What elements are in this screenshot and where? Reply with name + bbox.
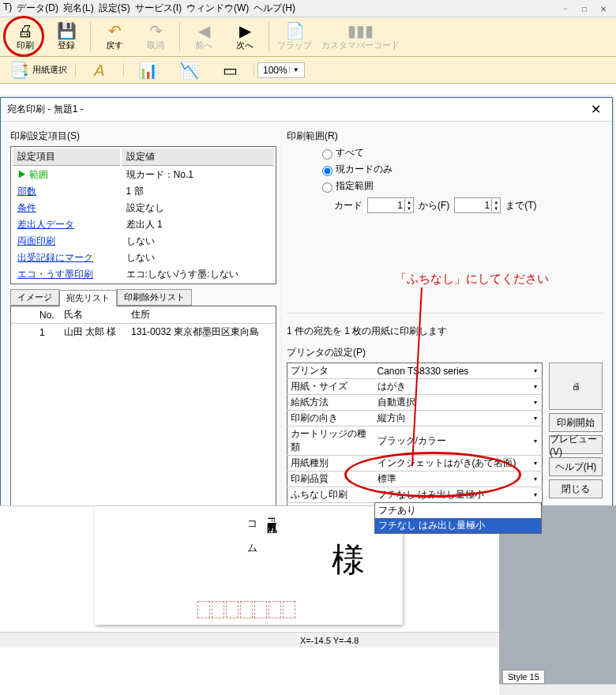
toolbar-main: 🖨 印刷 💾 登録 ↶ 戻す ↷ 取消 ◀ 前へ ▶ 次へ 📄 フラップ ▮▮▮…	[0, 17, 616, 57]
redo-icon: ↷	[149, 22, 163, 39]
zoom-select[interactable]: 100% ▼	[257, 62, 305, 78]
close-dialog-button[interactable]: 閉じる	[549, 479, 603, 498]
printer-setting-row[interactable]: カートリッジの種類ブラック/カラー▾	[287, 426, 543, 456]
menu-item[interactable]: ウィンドウ(W)	[186, 2, 249, 15]
paper-icon: 📑	[9, 62, 29, 79]
range-current-radio[interactable]	[322, 166, 332, 176]
settings-row[interactable]: ▶ 範囲現カード：No.1	[13, 167, 274, 182]
maximize-button[interactable]: □	[575, 2, 594, 16]
settings-row[interactable]: エコ・うす墨印刷エコ:しない/うす墨:しない	[13, 267, 274, 282]
settings-row[interactable]: 部数1 部	[13, 184, 274, 199]
chevron-down-icon: ▾	[532, 491, 539, 498]
undo-button[interactable]: ↶ 戻す	[99, 22, 130, 51]
chart-icon: 📉	[179, 62, 199, 79]
flap-icon: 📄	[285, 22, 305, 39]
help-button[interactable]: ヘルプ(H)	[549, 457, 603, 476]
cursor-coords: X=-14.5 Y=-4.8	[300, 636, 359, 645]
settings-row[interactable]: 両面印刷しない	[13, 234, 274, 249]
chart-up-button[interactable]: 📊	[132, 62, 163, 79]
scrollbar[interactable]	[499, 684, 616, 695]
toolbar-secondary: 📑 用紙選択 A 📊 📉 ▭ 100% ▼	[0, 57, 616, 84]
to-label: まで(T)	[505, 199, 536, 212]
next-button[interactable]: ▶ 次へ	[229, 22, 261, 51]
settings-table: 設定項目 設定値 ▶ 範囲現カード：No.1 部数1 部 条件設定なし 差出人デ…	[10, 146, 276, 284]
dropdown-option[interactable]: フチあり	[375, 503, 542, 518]
cancel-button[interactable]: ↷ 取消	[140, 22, 171, 51]
zoom-value: 100%	[261, 65, 289, 76]
printer-group-label: プリンタの設定(P)	[287, 346, 603, 359]
print-dialog: 宛名印刷 - 無題1 - ✕ 印刷設定項目(S) 設定項目 設定値 ▶ 範囲現カ…	[0, 97, 613, 543]
settings-row[interactable]: 出受記録にマークしない	[13, 250, 274, 265]
list-item[interactable]: 1山田 太郎 様131-0032 東京都墨田区東向島	[11, 324, 276, 341]
printer-image: 🖨	[549, 363, 603, 410]
dialog-close-button[interactable]: ✕	[586, 102, 606, 117]
settings-group-label: 印刷設定項目(S)	[10, 130, 276, 143]
chart-down-button[interactable]: 📉	[173, 62, 205, 79]
chart-icon: 📊	[138, 62, 158, 79]
printer-setting-row[interactable]: 印刷品質標準▾	[287, 471, 543, 487]
address-list[interactable]: No. 氏名 住所 1山田 太郎 様131-0032 東京都墨田区東向島	[10, 306, 276, 511]
printer-setting-row[interactable]: 用紙種別インクジェットはがき(あて名面)▾	[287, 456, 543, 471]
printer-setting-row[interactable]: 給紙方法自動選択▾	[287, 395, 543, 411]
menubar: T) データ(D) 宛名(L) 設定(S) サービス(I) ウィンドウ(W) ヘ…	[0, 0, 616, 17]
menu-item[interactable]: 宛名(L)	[63, 2, 94, 15]
doc-icon: ▭	[223, 62, 238, 79]
dialog-titlebar: 宛名印刷 - 無題1 - ✕	[1, 98, 612, 122]
side-panel: Style 15	[499, 505, 616, 695]
postal-boxes	[197, 601, 295, 618]
chevron-down-icon: ▾	[532, 475, 539, 483]
chevron-down-icon: ▾	[532, 438, 539, 445]
range-group-label: 印刷範囲(R)	[287, 130, 603, 143]
preview-area: コ ム 町田八九 五FB 様	[0, 505, 499, 695]
settings-row[interactable]: 差出人データ差出人 1	[13, 217, 274, 232]
card-from-spin[interactable]: ▲▼	[367, 197, 414, 213]
next-icon: ▶	[239, 22, 251, 39]
menu-item[interactable]: サービス(I)	[135, 2, 182, 15]
dropdown-option[interactable]: フチなし はみ出し量極小	[375, 518, 542, 533]
printer-icon: 🖨	[17, 22, 33, 39]
menu-item[interactable]: T)	[3, 2, 12, 15]
menu-item[interactable]: データ(D)	[17, 2, 58, 15]
postcard-preview: コ ム 町田八九 五FB 様	[95, 506, 403, 625]
prev-icon: ◀	[198, 22, 210, 39]
card-to-spin[interactable]: ▲▼	[454, 197, 501, 213]
paper-select-button[interactable]: 📑 用紙選択	[9, 62, 67, 79]
style-badge: Style 15	[502, 670, 545, 684]
chevron-down-icon: ▾	[532, 367, 539, 374]
settings-row[interactable]: 条件設定なし	[13, 201, 274, 216]
print-start-button[interactable]: 印刷開始	[549, 413, 603, 432]
range-span-radio[interactable]	[322, 182, 332, 193]
printer-setting-row[interactable]: ふちなし印刷フチなし はみ出し量極小▾フチありフチなし はみ出し量極小	[287, 487, 543, 503]
flap-button[interactable]: 📄 フラップ	[277, 22, 312, 51]
minimize-button[interactable]: －	[556, 2, 575, 16]
statusbar: X=-14.5 Y=-4.8	[0, 632, 499, 648]
tab-address-list[interactable]: 宛先リスト	[59, 290, 117, 306]
doc-button[interactable]: ▭	[214, 62, 246, 79]
chevron-down-icon: ▾	[532, 415, 539, 422]
register-button[interactable]: 💾 登録	[51, 22, 82, 51]
range-all-radio[interactable]	[322, 149, 332, 160]
chevron-down-icon: ▾	[532, 383, 539, 390]
chevron-down-icon: ▾	[532, 399, 539, 406]
menu-item[interactable]: ヘルプ(H)	[254, 2, 295, 15]
print-button[interactable]: 🖨 印刷	[9, 22, 41, 51]
from-label: から(F)	[419, 199, 449, 212]
card-label: カード	[334, 199, 362, 212]
printer-setting-row[interactable]: 用紙・サイズはがき▾	[287, 379, 543, 395]
close-button[interactable]: ✕	[594, 2, 613, 16]
dialog-title: 宛名印刷 - 無題1 -	[7, 103, 84, 116]
barcode-button[interactable]: ▮▮▮ カスタマバーコード	[321, 22, 400, 51]
prev-button[interactable]: ◀ 前へ	[188, 22, 220, 51]
tab-exclude-list[interactable]: 印刷除外リスト	[117, 289, 192, 306]
font-icon: A	[94, 62, 104, 79]
menu-item[interactable]: 設定(S)	[99, 2, 130, 15]
tab-image[interactable]: イメージ	[10, 289, 59, 306]
chevron-down-icon: ▼	[289, 66, 301, 73]
preview-button[interactable]: プレビュー(V)	[549, 435, 603, 454]
undo-icon: ↶	[108, 22, 122, 39]
borderless-dropdown[interactable]: フチありフチなし はみ出し量極小	[374, 502, 543, 534]
font-button[interactable]: A	[84, 62, 115, 79]
printer-setting-row[interactable]: 印刷の向き縦方向▾	[287, 411, 543, 426]
printer-setting-row[interactable]: プリンタCanon TS8330 series▾	[287, 363, 543, 379]
postcard-suffix: 様	[332, 538, 365, 582]
